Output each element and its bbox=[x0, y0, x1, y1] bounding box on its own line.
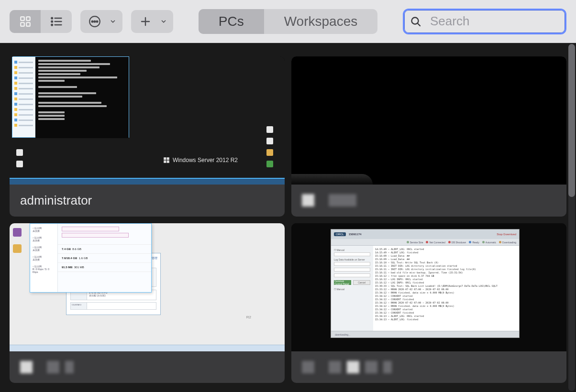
svg-rect-0 bbox=[21, 17, 24, 21]
ellipsis-circle-icon bbox=[89, 15, 101, 28]
connection-label-redacted bbox=[291, 351, 566, 383]
svg-rect-20 bbox=[164, 161, 166, 163]
connection-card[interactable]: Windows Server 2012 R2 administrator bbox=[10, 56, 285, 217]
svg-rect-18 bbox=[164, 157, 166, 160]
svg-line-17 bbox=[418, 23, 420, 26]
add-dropdown-button[interactable] bbox=[157, 10, 170, 33]
connection-label-redacted bbox=[291, 185, 566, 216]
more-dropdown-button[interactable] bbox=[106, 10, 120, 33]
section-segmented-control: PCs Workspaces bbox=[199, 9, 377, 34]
connections-grid: Windows Server 2012 R2 administrator bbox=[10, 56, 566, 383]
search-field-wrapper[interactable] bbox=[403, 9, 566, 34]
connection-thumbnail: Windows Server 2012 R2 bbox=[10, 56, 285, 185]
svg-point-6 bbox=[51, 21, 53, 22]
svg-point-4 bbox=[51, 17, 53, 19]
scrollbar-thumb[interactable] bbox=[568, 44, 575, 197]
chevron-down-icon bbox=[110, 18, 116, 25]
grid-icon bbox=[19, 15, 32, 28]
svg-rect-2 bbox=[21, 22, 24, 26]
connection-label: administrator bbox=[10, 185, 285, 217]
add-menu-group bbox=[131, 10, 173, 33]
connection-label-redacted bbox=[10, 351, 285, 383]
view-mode-group bbox=[10, 10, 72, 33]
connection-thumbnail bbox=[291, 56, 566, 185]
plus-icon bbox=[140, 16, 151, 27]
search-icon bbox=[410, 16, 421, 27]
list-view-button[interactable] bbox=[41, 10, 72, 33]
svg-point-8 bbox=[51, 24, 53, 25]
connection-card[interactable]: ORCL 15091174 Stop Download Service Size… bbox=[291, 223, 566, 383]
more-button[interactable] bbox=[83, 10, 106, 33]
connection-card[interactable]: 磁盘管理 276.06 GB NTFS未分配 (主分区) CD-ROM 0 bbox=[10, 223, 285, 383]
svg-rect-1 bbox=[26, 17, 30, 21]
tab-workspaces[interactable]: Workspaces bbox=[264, 9, 378, 34]
search-input[interactable] bbox=[430, 14, 576, 29]
connection-thumbnail: ORCL 15091174 Stop Download Service Size… bbox=[291, 223, 566, 351]
toolbar: PCs Workspaces bbox=[0, 0, 576, 43]
tab-pcs[interactable]: PCs bbox=[199, 9, 264, 34]
svg-rect-3 bbox=[26, 22, 30, 26]
chevron-down-icon bbox=[160, 18, 167, 25]
connection-card[interactable] bbox=[291, 56, 566, 217]
scrollbar[interactable] bbox=[568, 44, 575, 391]
connection-thumbnail: 磁盘管理 276.06 GB NTFS未分配 (主分区) CD-ROM 0 bbox=[10, 223, 285, 351]
add-button[interactable] bbox=[134, 10, 157, 33]
thumbnail-os-brand: Windows Server 2012 R2 bbox=[173, 157, 238, 163]
grid-view-button[interactable] bbox=[10, 10, 41, 33]
connections-grid-container: Windows Server 2012 R2 administrator bbox=[0, 43, 576, 392]
more-menu-group bbox=[80, 10, 122, 33]
svg-rect-19 bbox=[167, 157, 169, 160]
svg-rect-21 bbox=[167, 161, 169, 163]
svg-point-12 bbox=[94, 21, 95, 22]
svg-point-11 bbox=[92, 21, 93, 22]
list-icon bbox=[50, 15, 63, 28]
svg-point-13 bbox=[96, 21, 98, 22]
